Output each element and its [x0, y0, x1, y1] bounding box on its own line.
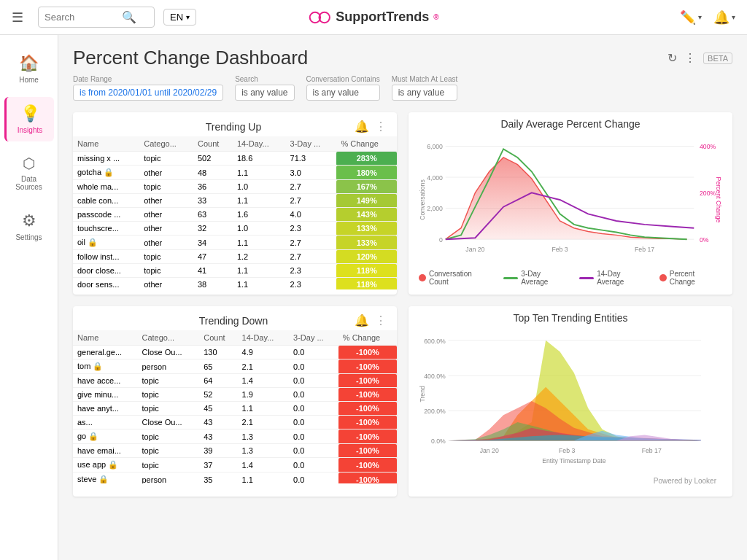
search-filter-value[interactable]: is any value [235, 85, 294, 101]
cell-14day: 1.0 [233, 222, 286, 236]
cell-count: 35 [199, 472, 237, 484]
table-row[interactable]: touchscre... other 32 1.0 2.3 133% [73, 222, 397, 236]
must-match-label: Must Match At Least [392, 75, 458, 83]
legend-label-conversation: Conversation Count [429, 270, 493, 286]
notification-button[interactable]: 🔔 ▾ [713, 9, 735, 26]
svg-text:Percent Change: Percent Change [715, 177, 722, 223]
cell-14day: 1.1 [238, 472, 290, 484]
logo-text: SupportTrends [336, 9, 429, 25]
cell-3day: 0.0 [289, 444, 338, 458]
cell-count: 38 [193, 278, 233, 290]
cell-pct: 120% [336, 250, 397, 264]
cell-14day: 1.1 [233, 166, 286, 180]
logo-icon [308, 10, 331, 25]
table-row[interactable]: steve 🔒 person 35 1.1 0.0 -100% [73, 472, 397, 484]
sidebar-item-settings[interactable]: ⚙ Settings [4, 204, 54, 249]
table-row[interactable]: missing x ... topic 502 18.6 71.3 283% [73, 152, 397, 166]
table-row[interactable]: whole ma... topic 36 1.0 2.7 167% [73, 180, 397, 194]
edit-icon: ✏️ [680, 9, 696, 26]
legend-conversation-count: Conversation Count [419, 270, 493, 286]
table-row[interactable]: oil 🔒 other 34 1.1 2.7 133% [73, 236, 397, 250]
cell-14day: 1.1 [238, 402, 290, 416]
svg-text:Feb 17: Feb 17 [635, 246, 654, 253]
cell-14day: 1.6 [233, 208, 286, 222]
more-options-icon[interactable]: ⋮ [684, 51, 696, 65]
cell-pct: 118% [336, 278, 397, 290]
table-row[interactable]: door sens... other 38 1.1 2.3 118% [73, 278, 397, 290]
cell-count: 37 [199, 458, 237, 472]
down-col-name: Name [73, 330, 138, 346]
date-range-label: Date Range [73, 75, 223, 83]
cell-count: 64 [199, 374, 237, 388]
edit-button[interactable]: ✏️ ▾ [680, 9, 702, 26]
cell-pct: -100% [338, 402, 397, 416]
cell-count: 33 [193, 194, 233, 208]
table-row[interactable]: go 🔒 topic 43 1.3 0.0 -100% [73, 429, 397, 444]
sidebar-item-insights[interactable]: 💡 Insights [4, 97, 54, 141]
cell-pct: -100% [338, 359, 397, 374]
table-row[interactable]: tom 🔒 person 65 2.1 0.0 -100% [73, 359, 397, 374]
cell-14day: 4.9 [238, 346, 290, 359]
cell-category: other [139, 222, 193, 236]
sidebar-insights-label: Insights [18, 126, 42, 134]
svg-text:2,000: 2,000 [427, 205, 443, 212]
cell-category: topic [138, 388, 200, 402]
must-match-value[interactable]: is any value [392, 85, 458, 101]
refresh-icon[interactable]: ↻ [667, 51, 677, 65]
main-content: Percent Change Dashboard ↻ ⋮ BETA Date R… [58, 35, 747, 560]
table-row[interactable]: door close... topic 41 1.1 2.3 118% [73, 264, 397, 278]
filters-row: Date Range is from 2020/01/01 until 2020… [73, 75, 732, 101]
down-col-category: Catego... [138, 330, 200, 346]
trending-up-table-container[interactable]: Name Catego... Count 14-Day... 3-Day ...… [73, 136, 397, 289]
cell-category: topic [138, 444, 200, 458]
table-row[interactable]: give minu... topic 52 1.9 0.0 -100% [73, 388, 397, 402]
col-count: Count [193, 136, 233, 152]
sidebar-datasources-label: Data Sources [10, 175, 48, 191]
trending-down-alert-icon[interactable]: 🔔 [355, 314, 369, 327]
filter-date-range: Date Range is from 2020/01/01 until 2020… [73, 75, 223, 101]
sidebar-item-home[interactable]: 🏠 Home [4, 47, 54, 91]
daily-avg-chart: 6,000 4,000 2,000 0 Conversations 400% 2… [419, 134, 722, 265]
filter-conversation: Conversation Contains is any value [306, 75, 380, 101]
trending-up-more-icon[interactable]: ⋮ [375, 120, 387, 133]
alert-icon[interactable]: 🔔 [355, 120, 369, 133]
cell-name: steve 🔒 [73, 472, 138, 484]
table-row[interactable]: as... Close Ou... 43 2.1 0.0 -100% [73, 416, 397, 429]
table-row[interactable]: general.ge... Close Ou... 130 4.9 0.0 -1… [73, 346, 397, 359]
cell-14day: 1.4 [238, 374, 290, 388]
date-range-value[interactable]: is from 2020/01/01 until 2020/02/29 [73, 85, 223, 101]
table-row[interactable]: have acce... topic 64 1.4 0.0 -100% [73, 374, 397, 388]
language-selector[interactable]: EN ▾ [163, 9, 196, 26]
trending-down-more-icon[interactable]: ⋮ [375, 314, 387, 327]
table-row[interactable]: gotcha 🔒 other 48 1.1 3.0 180% [73, 166, 397, 180]
table-row[interactable]: have emai... topic 39 1.3 0.0 -100% [73, 444, 397, 458]
cell-pct: 149% [336, 194, 397, 208]
table-row[interactable]: use app 🔒 topic 37 1.4 0.0 -100% [73, 458, 397, 472]
trending-down-tbody: general.ge... Close Ou... 130 4.9 0.0 -1… [73, 346, 397, 484]
dashboard-header: Percent Change Dashboard ↻ ⋮ BETA [73, 47, 732, 69]
cell-category: topic [138, 374, 200, 388]
col-pct: % Change [336, 136, 397, 152]
trending-up-table: Name Catego... Count 14-Day... 3-Day ...… [73, 136, 397, 289]
cell-pct: 118% [336, 264, 397, 278]
search-box[interactable]: 🔍 [38, 7, 155, 28]
sidebar-item-data-sources[interactable]: ⬡ Data Sources [4, 147, 54, 198]
trending-down-table-container[interactable]: Name Catego... Count 14-Day... 3-Day ...… [73, 330, 397, 483]
trending-down-panel: Trending Down 🔔 ⋮ Name Catego... Count [73, 306, 397, 497]
table-row[interactable]: cable con... other 33 1.1 2.7 149% [73, 194, 397, 208]
hamburger-menu[interactable]: ☰ [12, 9, 23, 26]
col-name: Name [73, 136, 139, 152]
cell-count: 34 [193, 236, 233, 250]
conversation-filter-value[interactable]: is any value [306, 85, 380, 101]
table-row[interactable]: passcode ... other 63 1.6 4.0 143% [73, 208, 397, 222]
down-col-count: Count [199, 330, 237, 346]
cell-count: 47 [193, 250, 233, 264]
cell-14day: 1.0 [233, 180, 286, 194]
cell-name: have emai... [73, 444, 138, 458]
insights-icon: 💡 [20, 104, 40, 123]
search-input[interactable] [44, 12, 117, 23]
table-row[interactable]: follow inst... topic 47 1.2 2.7 120% [73, 250, 397, 264]
cell-3day: 2.3 [286, 278, 337, 290]
table-row[interactable]: have anyt... topic 45 1.1 0.0 -100% [73, 402, 397, 416]
cell-name: have anyt... [73, 402, 138, 416]
